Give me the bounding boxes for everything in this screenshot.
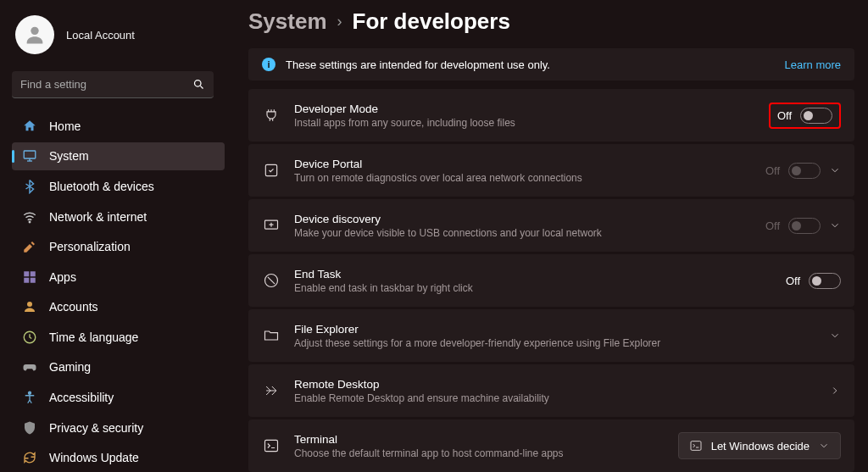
discovery-icon — [262, 217, 281, 234]
svg-point-11 — [27, 302, 32, 307]
svg-line-2 — [200, 86, 203, 88]
apps-icon — [22, 269, 37, 285]
accessibility-icon — [22, 390, 37, 405]
toggle-switch — [788, 218, 821, 234]
card-description: Enable Remote Desktop and ensure machine… — [294, 392, 815, 404]
sidebar-item-label: Gaming — [49, 360, 91, 374]
sidebar-item-system[interactable]: System — [12, 142, 225, 171]
sidebar-item-network[interactable]: Network & internet — [12, 203, 225, 231]
sidebar-item-update[interactable]: Windows Update — [12, 443, 225, 472]
update-icon — [22, 450, 37, 465]
network-icon — [22, 209, 37, 225]
card-title: End Task — [294, 268, 772, 280]
terminal-icon — [262, 437, 281, 454]
sidebar-nav: HomeSystemBluetooth & devicesNetwork & i… — [12, 112, 225, 472]
card-title: Device discovery — [294, 213, 752, 225]
breadcrumb-parent[interactable]: System — [248, 8, 327, 35]
sidebar-item-accounts[interactable]: Accounts — [12, 292, 225, 321]
chevron-right-icon: › — [337, 13, 342, 31]
card-title: Terminal — [294, 433, 665, 446]
svg-rect-10 — [31, 277, 36, 282]
search-box[interactable] — [12, 71, 214, 98]
svg-point-0 — [31, 27, 38, 35]
banner-text: These settings are intended for developm… — [286, 58, 775, 71]
search-input[interactable] — [12, 71, 214, 98]
svg-point-13 — [29, 391, 31, 394]
svg-rect-19 — [691, 441, 701, 451]
explorer-icon — [262, 327, 281, 344]
card-description: Enable end task in taskbar by right clic… — [294, 282, 772, 294]
bluetooth-icon — [22, 179, 37, 194]
sidebar-item-home[interactable]: Home — [12, 112, 225, 141]
toggle-state-label: Off — [765, 164, 780, 177]
sidebar-item-gaming[interactable]: Gaming — [12, 353, 225, 382]
setting-card-remote[interactable]: Remote DesktopEnable Remote Desktop and … — [248, 364, 854, 417]
sidebar-item-personalization[interactable]: Personalization — [12, 232, 225, 261]
toggle-state-label: Off — [765, 219, 780, 232]
sidebar-item-time[interactable]: Time & language — [12, 323, 225, 352]
devmode-icon — [262, 107, 281, 124]
svg-rect-7 — [24, 271, 29, 276]
sidebar-item-apps[interactable]: Apps — [12, 263, 225, 292]
chevron-down-icon — [829, 164, 841, 176]
account-header[interactable]: Local Account — [15, 15, 225, 54]
learn-more-link[interactable]: Learn more — [785, 58, 841, 71]
svg-rect-18 — [265, 440, 278, 451]
sidebar-item-label: System — [49, 149, 89, 163]
breadcrumb: System › For developers — [248, 8, 854, 35]
terminal-dropdown[interactable]: Let Windows decide — [678, 432, 841, 459]
svg-line-17 — [268, 277, 275, 284]
sidebar-item-label: Network & internet — [49, 210, 147, 224]
chevron-down-icon — [818, 440, 830, 452]
privacy-icon — [22, 420, 37, 436]
sidebar-item-accessibility[interactable]: Accessibility — [12, 383, 225, 412]
toggle-state-label: Off — [777, 109, 792, 122]
toggle-switch[interactable] — [809, 273, 841, 289]
sidebar-item-label: Personalization — [49, 240, 131, 253]
sidebar-item-label: Windows Update — [49, 451, 139, 464]
setting-card-explorer[interactable]: File ExplorerAdjust these settings for a… — [248, 309, 854, 362]
accounts-icon — [22, 299, 37, 314]
remote-icon — [262, 382, 281, 399]
sidebar-item-label: Privacy & security — [49, 421, 143, 435]
svg-rect-14 — [265, 164, 276, 175]
account-name: Local Account — [66, 29, 135, 42]
setting-card-portal[interactable]: Device PortalTurn on remote diagnostics … — [248, 144, 854, 197]
setting-card-endtask: End TaskEnable end task in taskbar by ri… — [248, 254, 854, 307]
breadcrumb-current: For developers — [353, 8, 510, 35]
info-banner: i These settings are intended for develo… — [248, 48, 854, 81]
toggle-switch — [788, 163, 821, 179]
home-icon — [22, 119, 37, 134]
svg-point-6 — [29, 221, 31, 223]
svg-point-1 — [195, 81, 202, 87]
card-title: Device Portal — [294, 158, 752, 170]
svg-rect-8 — [31, 271, 36, 276]
sidebar-item-label: Bluetooth & devices — [49, 180, 154, 193]
card-description: Choose the default terminal app to host … — [294, 447, 665, 459]
card-title: File Explorer — [294, 323, 815, 336]
chevron-down-icon — [829, 219, 841, 231]
sidebar-item-bluetooth[interactable]: Bluetooth & devices — [12, 172, 225, 201]
main-content: System › For developers i These settings… — [233, 0, 868, 472]
sidebar-item-privacy[interactable]: Privacy & security — [12, 414, 225, 442]
sidebar-item-label: Home — [49, 119, 81, 133]
sidebar-item-label: Apps — [49, 270, 76, 284]
setting-card-devmode: Developer ModeInstall apps from any sour… — [248, 89, 854, 142]
gaming-icon — [22, 359, 37, 375]
chevron-right-icon — [829, 385, 841, 397]
chevron-down-icon — [829, 330, 841, 342]
avatar — [15, 15, 54, 54]
toggle-state-label: Off — [786, 275, 800, 287]
svg-rect-3 — [24, 151, 36, 158]
time-icon — [22, 330, 37, 345]
setting-card-discovery[interactable]: Device discoveryMake your device visible… — [248, 199, 854, 252]
setting-card-terminal: TerminalChoose the default terminal app … — [248, 419, 854, 472]
sidebar-item-label: Accessibility — [49, 391, 114, 404]
card-description: Install apps from any source, including … — [294, 117, 755, 129]
personalization-icon — [22, 239, 37, 254]
sidebar-item-label: Accounts — [49, 300, 98, 314]
card-description: Turn on remote diagnostics over local ar… — [294, 172, 752, 184]
card-description: Adjust these settings for a more develop… — [294, 337, 815, 349]
terminal-icon — [689, 439, 703, 453]
toggle-switch[interactable] — [800, 108, 832, 124]
